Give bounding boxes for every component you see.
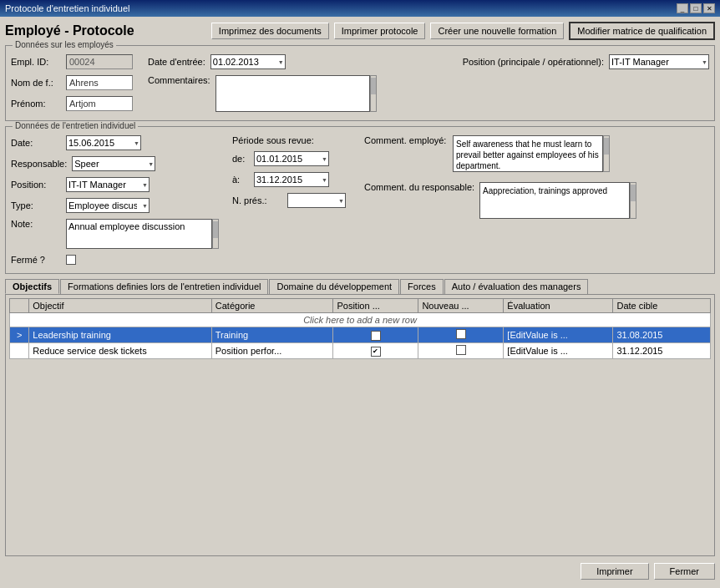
comment-resp-text: Aappreciation, trainings approved — [479, 182, 630, 219]
prenom-row: Prénom: — [11, 96, 133, 111]
footer-row: Imprimer Fermer — [5, 560, 715, 583]
position-label: Position (principale / opérationnel): — [463, 57, 604, 67]
note-scrollbar[interactable] — [212, 219, 219, 249]
position-checkbox[interactable] — [371, 331, 381, 341]
entretien-section: Données de l'entretien individuel Date: … — [5, 126, 715, 274]
de-label: de: — [232, 154, 249, 164]
type-select[interactable]: Employee discussion — [66, 198, 150, 213]
imprimer-button[interactable]: Imprimer — [581, 563, 648, 580]
tab-auto[interactable]: Auto / évaluation des managers — [444, 279, 589, 294]
comment-resp-label: Comment. du responsable: — [364, 182, 474, 192]
col-categorie[interactable]: Catégorie — [211, 299, 333, 313]
comment-emp-row: Comment. employé: Self awareness that he… — [364, 135, 709, 172]
row-position-check[interactable] — [333, 327, 418, 343]
row-nouveau-check[interactable] — [418, 327, 504, 343]
periode-row: Période sous revue: — [232, 135, 351, 145]
a-select-wrap: 31.12.2015 — [254, 172, 329, 187]
minimize-button[interactable]: _ — [677, 3, 688, 13]
fermer-button[interactable]: Fermer — [654, 563, 715, 580]
position-select-wrap: IT-IT Manager — [609, 54, 709, 69]
header-row: Employé - Protocole Imprimez des documen… — [5, 22, 715, 40]
row-date-cible: 31.08.2015 — [613, 327, 711, 343]
add-row-text[interactable]: Click here to add a new row — [10, 313, 711, 327]
row-evaluation: [EditValue is ... — [504, 327, 613, 343]
employee-section: Données sur les employés Empl. ID: Nom d… — [5, 45, 715, 121]
responsable-label: Responsable: — [11, 159, 67, 169]
row-expander[interactable]: > — [10, 327, 29, 343]
row-nouveau-check[interactable] — [418, 343, 504, 359]
tab-forces[interactable]: Forces — [400, 279, 444, 294]
close-button[interactable]: ✕ — [703, 3, 715, 13]
nom-label: Nom de f.: — [11, 78, 61, 88]
type-label: Type: — [11, 200, 61, 210]
de-select-wrap: 01.01.2015 — [254, 151, 329, 166]
col-evaluation[interactable]: Évaluation — [504, 299, 613, 313]
ferme-label: Fermé ? — [11, 255, 61, 265]
responsable-select-wrap: Speer — [72, 156, 155, 171]
col-nouveau[interactable]: Nouveau ... — [418, 299, 504, 313]
de-row: de: 01.01.2015 — [232, 151, 351, 166]
note-row: Note: Annual employee discussion — [11, 219, 219, 249]
responsable-select[interactable]: Speer — [72, 156, 155, 171]
restore-button[interactable]: □ — [690, 3, 702, 13]
row-expander[interactable] — [10, 343, 29, 359]
de-select[interactable]: 01.01.2015 — [254, 151, 329, 166]
note-input[interactable]: Annual employee discussion — [66, 219, 212, 249]
comment-emp-wrap: Self awareness that he must learn to pre… — [453, 135, 610, 172]
employee-section-title: Données sur les employés — [13, 40, 116, 49]
a-row: à: 31.12.2015 — [232, 172, 351, 187]
comment-resp-wrap: Aappreciation, trainings approved — [479, 182, 636, 219]
tab-domaine[interactable]: Domaine du développement — [269, 279, 399, 294]
page-title: Employé - Protocole — [5, 23, 206, 38]
date-entree-select[interactable]: 01.02.2013 — [210, 54, 286, 69]
tab-formations[interactable]: Formations definies lors de l'entretien … — [60, 279, 268, 294]
date-select[interactable]: 15.06.2015 — [66, 135, 141, 150]
nom-input[interactable] — [66, 75, 133, 90]
date-label: Date: — [11, 138, 61, 148]
empl-id-row: Empl. ID: — [11, 54, 133, 69]
empl-id-input[interactable] — [66, 54, 133, 69]
npres-select[interactable] — [287, 193, 346, 208]
col-date-cible[interactable]: Date cible — [613, 299, 711, 313]
row-position-check[interactable] — [333, 343, 418, 359]
prenom-label: Prénom: — [11, 99, 61, 109]
col-objectif[interactable]: Objectif — [29, 299, 211, 313]
col-expand — [10, 299, 29, 313]
position-checkbox[interactable] — [371, 347, 381, 357]
position-select[interactable]: IT-IT Manager — [609, 54, 709, 69]
prenom-input[interactable] — [66, 96, 133, 111]
position-ent-select[interactable]: IT-IT Manager — [66, 177, 150, 192]
title-bar: Protocole d'entretien individuel _ □ ✕ — [0, 0, 720, 17]
title-bar-text: Protocole d'entretien individuel — [5, 3, 677, 13]
tab-content: Objectif Catégorie Position ... Nouveau … — [5, 294, 715, 556]
note-label: Note: — [11, 219, 61, 229]
modify-matrix-button[interactable]: Modifier matrice de qualification — [569, 22, 715, 40]
a-select[interactable]: 31.12.2015 — [254, 172, 329, 187]
commentaires-input[interactable] — [215, 75, 370, 112]
ferme-checkbox[interactable] — [66, 255, 76, 265]
print-protocol-button[interactable]: Imprimer protocole — [334, 23, 426, 39]
col-position[interactable]: Position ... — [333, 299, 418, 313]
create-formation-button[interactable]: Créer une nouvelle formation — [430, 23, 564, 39]
add-row[interactable]: Click here to add a new row — [10, 313, 711, 327]
position-ent-select-wrap: IT-IT Manager — [66, 177, 150, 192]
print-docs-button[interactable]: Imprimez des documents — [211, 23, 329, 39]
note-wrap: Annual employee discussion — [66, 219, 219, 249]
row-objectif: Reduce service desk tickets — [29, 343, 211, 359]
position-ent-label: Position: — [11, 180, 61, 190]
tab-objectifs[interactable]: Objectifs — [5, 279, 59, 294]
commentaires-scrollbar[interactable] — [370, 75, 377, 112]
comment-resp-scrollbar[interactable] — [630, 182, 636, 219]
nouveau-checkbox[interactable] — [456, 345, 466, 355]
comment-emp-scrollbar[interactable] — [603, 135, 610, 172]
table-row[interactable]: Reduce service desk tickets Position per… — [10, 343, 711, 359]
commentaires-wrap — [215, 75, 377, 112]
date-select-wrap: 15.06.2015 — [66, 135, 141, 150]
type-select-wrap: Employee discussion — [66, 198, 150, 213]
tabs-section: Objectifs Formations definies lors de l'… — [5, 279, 715, 556]
comment-emp-text: Self awareness that he must learn to pre… — [453, 135, 603, 172]
nouveau-checkbox[interactable] — [456, 329, 466, 339]
row-objectif: Leadership training — [29, 327, 211, 343]
table-row[interactable]: > Leadership training Training [EditValu… — [10, 327, 711, 343]
npres-row: N. prés.: — [232, 193, 351, 208]
